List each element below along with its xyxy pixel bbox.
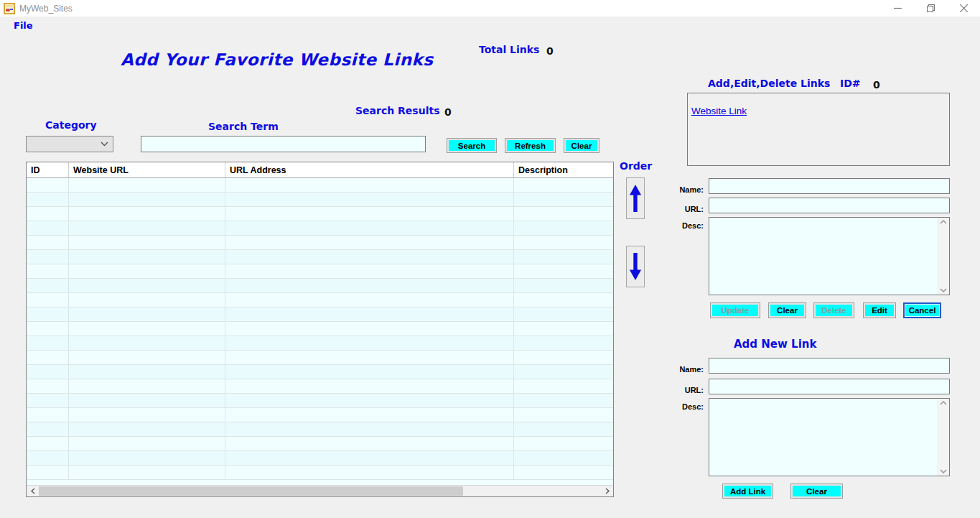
delete-button[interactable]: Delete: [813, 302, 854, 318]
table-cell: [514, 193, 613, 206]
table-row[interactable]: [27, 279, 613, 293]
table-cell: [27, 193, 69, 206]
table-row[interactable]: [27, 322, 613, 336]
desc-scrollbar[interactable]: [937, 218, 949, 295]
chevron-down-icon: [940, 288, 947, 292]
scroll-right-arrow[interactable]: [601, 486, 613, 496]
horizontal-scrollbar[interactable]: [27, 485, 613, 496]
restore-button[interactable]: [914, 0, 947, 17]
table-row[interactable]: [27, 451, 613, 466]
table-row[interactable]: [27, 264, 613, 279]
table-row[interactable]: [27, 351, 613, 365]
chevron-left-icon: [31, 488, 35, 494]
table-cell: [225, 307, 514, 321]
table-cell: [27, 250, 69, 264]
table-cell: [69, 193, 225, 206]
website-link[interactable]: Website Link: [691, 106, 747, 116]
table-cell: [69, 437, 225, 450]
table-row[interactable]: [27, 437, 613, 451]
edit-url-label: URL:: [666, 205, 704, 213]
table-cell: [69, 322, 225, 336]
close-button[interactable]: [947, 0, 980, 17]
arrow-up-icon: [629, 182, 642, 214]
search-term-input[interactable]: [141, 136, 426, 152]
table-cell: [27, 408, 69, 422]
table-cell: [69, 336, 225, 350]
table-cell: [225, 221, 514, 235]
table-cell: [27, 451, 69, 465]
table-cell: [225, 207, 514, 221]
table-cell: [69, 422, 225, 436]
clear-search-button[interactable]: Clear: [564, 138, 599, 153]
table-cell: [27, 207, 69, 221]
column-header-website-url[interactable]: Website URL: [69, 162, 225, 177]
minimize-button[interactable]: [881, 0, 914, 17]
table-row[interactable]: [27, 307, 613, 322]
chevron-down-icon: [101, 142, 108, 147]
clear-edit-button[interactable]: Clear: [768, 302, 806, 318]
table-cell: [514, 351, 613, 364]
table-row[interactable]: [27, 293, 613, 307]
column-header-id[interactable]: ID: [27, 162, 69, 177]
table-cell: [225, 379, 514, 393]
table-cell: [27, 379, 69, 393]
table-cell: [27, 178, 69, 192]
table-row[interactable]: [27, 193, 613, 207]
add-desc-label: Desc:: [666, 402, 704, 411]
table-cell: [27, 307, 69, 321]
add-link-button[interactable]: Add Link: [722, 484, 773, 499]
column-header-description[interactable]: Description: [514, 162, 613, 177]
cancel-button[interactable]: Cancel: [903, 302, 941, 318]
add-name-input[interactable]: [709, 358, 950, 374]
table-cell: [27, 365, 69, 379]
menu-file[interactable]: File: [11, 19, 36, 32]
scroll-left-arrow[interactable]: [27, 486, 39, 496]
table-row[interactable]: [27, 394, 613, 408]
edit-button[interactable]: Edit: [863, 302, 896, 318]
arrow-down-icon: [629, 251, 642, 282]
search-button[interactable]: Search: [447, 138, 497, 153]
update-button[interactable]: Update: [710, 302, 760, 318]
table-cell: [69, 264, 225, 278]
table-cell: [225, 466, 514, 479]
table-cell: [225, 250, 514, 264]
edit-desc-textarea[interactable]: [709, 217, 950, 295]
table-cell: [225, 193, 514, 206]
table-header-row: ID Website URL URL Address Description: [27, 162, 613, 178]
table-cell: [514, 178, 613, 192]
move-down-button[interactable]: [626, 246, 645, 287]
add-name-label: Name:: [666, 365, 704, 374]
table-cell: [69, 408, 225, 422]
table-row[interactable]: [27, 207, 613, 221]
table-cell: [225, 336, 514, 350]
move-up-button[interactable]: [626, 177, 645, 219]
restore-icon: [927, 4, 935, 12]
table-row[interactable]: [27, 178, 613, 193]
table-cell: [27, 394, 69, 407]
desc-scrollbar[interactable]: [937, 399, 949, 476]
scrollbar-thumb[interactable]: [39, 486, 463, 496]
edit-url-input[interactable]: [709, 198, 950, 213]
table-row[interactable]: [27, 365, 613, 379]
minimize-icon: [894, 4, 902, 12]
table-row[interactable]: [27, 336, 613, 351]
table-cell: [69, 365, 225, 379]
table-cell: [225, 279, 514, 292]
add-url-input[interactable]: [709, 379, 950, 394]
clear-add-button[interactable]: Clear: [790, 484, 843, 499]
table-row[interactable]: [27, 422, 613, 437]
edit-name-input[interactable]: [709, 178, 950, 194]
table-row[interactable]: [27, 408, 613, 422]
edit-desc-label: Desc:: [666, 221, 704, 230]
column-header-url-address[interactable]: URL Address: [225, 162, 514, 177]
table-cell: [69, 279, 225, 292]
add-desc-textarea[interactable]: [709, 398, 950, 476]
table-row[interactable]: [27, 250, 613, 264]
table-row[interactable]: [27, 236, 613, 250]
refresh-button[interactable]: Refresh: [505, 138, 556, 153]
table-cell: [225, 408, 514, 422]
table-row[interactable]: [27, 466, 613, 480]
category-dropdown[interactable]: [26, 136, 113, 152]
table-row[interactable]: [27, 379, 613, 394]
table-row[interactable]: [27, 221, 613, 236]
